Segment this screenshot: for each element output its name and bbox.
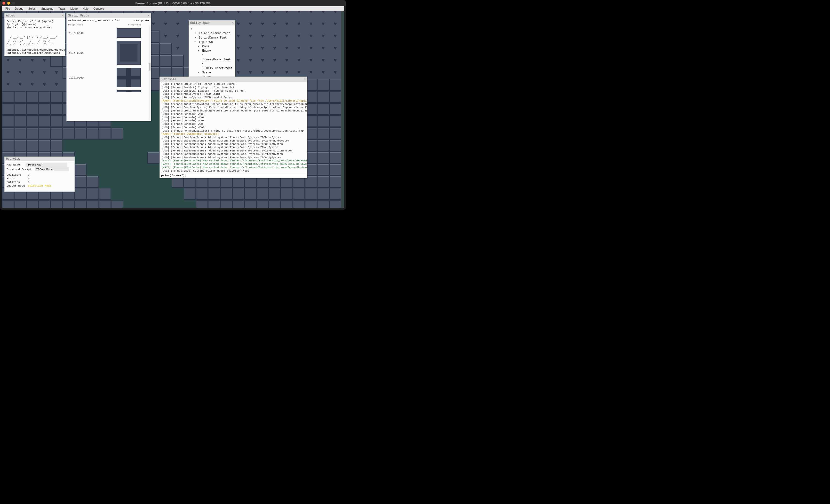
console-titlebar[interactable]: ▾Console ×: [160, 77, 307, 82]
editor-mode-label: Editor Mode: [6, 184, 26, 187]
preload-label: Pre-Load Script:: [6, 168, 33, 171]
viewport[interactable]: FileDebugSelectSnappingTraysModeHelpCons…: [2, 6, 344, 208]
about-title: About: [6, 14, 15, 18]
menubar: FileDebugSelectSnappingTraysModeHelpCons…: [2, 6, 344, 11]
console-line: [LOG] (Fennec|Console) WOOF!: [161, 119, 306, 123]
map-name-input[interactable]: [26, 163, 67, 167]
tree-folder[interactable]: ▸ Core: [191, 44, 233, 49]
console-line: [LOG] (Fennec|Console) WOOF!: [161, 126, 306, 129]
console-line: [LOG] (Fennec|SaveGameSystem) File loade…: [161, 106, 306, 109]
menu-select[interactable]: Select: [26, 6, 39, 11]
console-line: [LOG] (Fennec|GameDLL) Trying to load Ga…: [161, 86, 306, 90]
tree-item[interactable]: • IslandTilemap.fent: [191, 31, 233, 36]
close-icon[interactable]: ×: [61, 14, 63, 18]
console-line: [LOG] (Fennec|AudioSystem) FMOD Inint: [161, 93, 306, 96]
entity-tree: ▾ • IslandTilemap.fent• ScriptDummy.fent…: [189, 26, 235, 81]
prop-set-dropdown[interactable]: ▾Prop Set: [133, 19, 150, 22]
column-prop-name: Prop Name: [68, 23, 83, 26]
stat-value: 6: [28, 180, 30, 184]
console-line: [LOG] (Fennec|BaseGameScene) Added syste…: [161, 136, 306, 139]
menu-file[interactable]: File: [3, 6, 12, 11]
window-title: FennecEngine (BUILD: LOCAL) 60 fps - 30.…: [135, 1, 211, 5]
prop-row[interactable]: tile_0049: [67, 27, 151, 39]
tree-folder[interactable]: ▾: [191, 27, 233, 31]
chevron-down-icon[interactable]: ▾: [197, 49, 200, 53]
about-thanks: Thanks to: Monogame and Nez: [6, 26, 63, 29]
console-line: [YAY!] (Fennec|FEntCache) New cached dat…: [161, 166, 306, 169]
console-input-row: [160, 173, 307, 178]
static-props-panel[interactable]: Static Props × AtlasImages/test_textures…: [66, 13, 151, 121]
console-line: [LOG] (Fennec|AudioSystem) FMOD Loaded B…: [161, 96, 306, 99]
console-input[interactable]: [161, 174, 306, 177]
prop-name: tile_0060: [69, 76, 84, 79]
tree-item[interactable]: • TDEnemyBasic.fent: [191, 53, 233, 62]
console-line: [LOG] (Fennec|BaseGameScene) Added syste…: [161, 153, 306, 156]
maximize-icon[interactable]: [12, 2, 15, 5]
close-icon[interactable]: ×: [304, 77, 306, 81]
console-panel[interactable]: ▾Console × [LOG] (Fennec|BUILD INFO) Fen…: [160, 76, 307, 178]
about-link-monogame: (https://github.com/MonoGame/MonoGame): [6, 48, 63, 52]
close-icon[interactable]: ×: [148, 14, 150, 18]
about-panel[interactable]: About × Fennec Engine v0.1.0 (Agave) By …: [4, 13, 65, 56]
tree-item[interactable]: • ScriptDummy.fent: [191, 36, 233, 40]
prop-thumbnail: [117, 68, 141, 87]
entity-spawn-titlebar[interactable]: Entity Spawn ×: [189, 21, 235, 26]
static-props-body: AtlasImages/test_textures.atlas ▾Prop Se…: [67, 18, 151, 121]
overview-titlebar[interactable]: Overview: [5, 157, 74, 161]
preload-input[interactable]: [35, 167, 69, 171]
about-ascii-logo: ____________ ___ ___________ / __/ __/ |…: [6, 32, 63, 46]
close-icon[interactable]: ×: [232, 21, 234, 25]
scrollbar-thumb[interactable]: [149, 63, 151, 70]
atlas-dropdown[interactable]: AtlasImages/test_textures.atlas: [68, 19, 120, 22]
static-props-titlebar[interactable]: Static Props ×: [67, 13, 151, 18]
console-log: [LOG] (Fennec|BUILD INFO) Fennec (BUILD:…: [160, 82, 307, 173]
stat-value: 0: [28, 173, 30, 176]
chevron-right-icon[interactable]: ▸: [197, 44, 200, 49]
prop-row[interactable]: tile_0061: [67, 39, 151, 66]
bullet-icon: •: [194, 36, 197, 40]
app-window: FennecEngine (BUILD: LOCAL) 60 fps - 30.…: [0, 0, 346, 210]
bullet-icon: •: [201, 62, 204, 66]
console-line: [LOG] (Fennec|FennecMapEditor) Trying to…: [161, 129, 306, 133]
stat-label: Props: [6, 177, 26, 180]
scrollbar[interactable]: [149, 26, 151, 120]
console-title: ▾Console: [161, 77, 176, 81]
console-line: [LOG] (Fennec|BaseGameScene) Added syste…: [161, 156, 306, 160]
entity-spawn-panel[interactable]: Entity Spawn × ▾ • IslandTilemap.fent• S…: [189, 20, 235, 81]
bullet-icon: •: [201, 53, 204, 58]
console-line: [LOG] (Fennec|BUILD INFO) Fennec (BUILD:…: [161, 82, 306, 86]
close-icon[interactable]: [2, 2, 5, 5]
menu-snapping[interactable]: Snapping: [39, 6, 56, 11]
console-line: [LOG] (Fennec|Console) WOOF!: [161, 123, 306, 126]
chevron-down-icon[interactable]: ▾: [194, 40, 197, 44]
props-list: tile_0049tile_0061tile_0060: [67, 27, 151, 94]
menu-debug[interactable]: Debug: [12, 6, 26, 11]
about-link-nez: (https://github.com/prime31/Nez): [6, 52, 63, 55]
prop-thumbnail: [117, 41, 141, 65]
console-line: [WARN] (Fennec|TDGameMode) execute(): [161, 133, 306, 136]
tree-folder[interactable]: ▾ Enemy: [191, 49, 233, 53]
collapse-arrow-icon[interactable]: ▾: [161, 78, 163, 81]
menu-help[interactable]: Help: [80, 6, 91, 11]
menu-console[interactable]: Console: [91, 6, 106, 11]
prop-thumbnail: [117, 90, 141, 92]
tree-item[interactable]: • TDEnemyTurret.fent: [191, 62, 233, 70]
console-line: [LOG] (Fennec|BaseGameScene) Added syste…: [161, 139, 306, 143]
chevron-down-icon[interactable]: ▾: [191, 27, 194, 31]
tree-folder[interactable]: ▾ top_down: [191, 40, 233, 44]
menu-mode[interactable]: Mode: [68, 6, 80, 11]
menu-trays[interactable]: Trays: [56, 6, 68, 11]
titlebar[interactable]: FennecEngine (BUILD: LOCAL) 60 fps - 30.…: [0, 0, 346, 6]
static-props-title: Static Props: [68, 14, 89, 18]
minimize-icon[interactable]: [7, 2, 10, 5]
console-line: [LOG] (Fennec|InputBindSystem) Loaded bi…: [161, 103, 306, 106]
about-titlebar[interactable]: About ×: [5, 13, 65, 18]
prop-row[interactable]: tile_0060: [67, 66, 151, 89]
prop-name: tile_0061: [69, 52, 84, 55]
console-line: [LOG] (Fennec|Base) Setting editor mode:…: [161, 169, 306, 173]
about-version: Fennec Engine v0.1.0 (Agave): [6, 20, 63, 23]
overview-panel[interactable]: Overview Map Name: Pre-Load Script: Coll…: [4, 157, 75, 192]
overview-title: Overview: [6, 157, 20, 161]
chevron-right-icon[interactable]: ▸: [197, 70, 200, 75]
tree-folder[interactable]: ▸ Scene: [191, 70, 233, 75]
